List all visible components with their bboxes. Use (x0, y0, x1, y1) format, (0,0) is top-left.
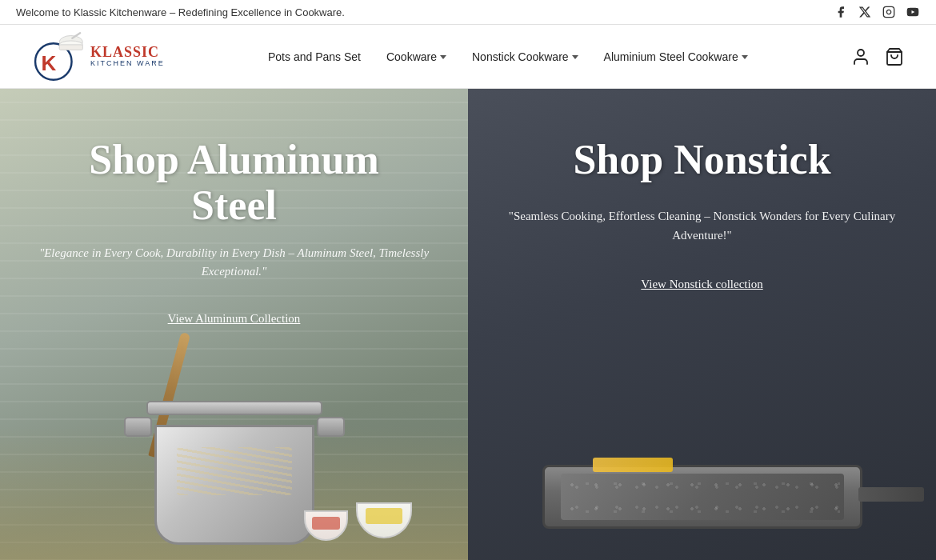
nav-pots[interactable]: Pots and Pans Set (268, 50, 361, 63)
pan-body (542, 465, 862, 529)
nonstick-pan-visual (468, 401, 936, 560)
svg-rect-7 (59, 45, 82, 50)
bowl-right (356, 502, 412, 538)
cookware-chevron-icon (440, 55, 446, 59)
pot-visual (16, 337, 452, 545)
nonstick-chevron-icon (572, 55, 578, 59)
hero-split: Shop Aluminum Steel "Elegance in Every C… (0, 89, 936, 560)
svg-text:K: K (41, 51, 56, 75)
svg-point-9 (858, 50, 864, 56)
bowl-small (304, 510, 348, 541)
aluminum-subtitle: "Elegance in Every Cook, Durability in E… (32, 244, 436, 280)
panel-nonstick-content: Shop Nonstick "Seamless Cooking, Effortl… (468, 89, 936, 315)
pot-body (154, 401, 314, 545)
announcement-text: Welcome to Klassic Kitchenware – Redefin… (16, 6, 345, 18)
svg-rect-0 (883, 6, 894, 17)
aluminium-chevron-icon (742, 55, 748, 59)
account-icon[interactable] (851, 47, 870, 66)
view-aluminum-link[interactable]: View Aluminum Collection (168, 312, 301, 326)
logo[interactable]: K KLASSIC KITCHEN WARE (32, 30, 165, 82)
pot-rim (146, 401, 322, 415)
facebook-icon[interactable] (834, 5, 848, 19)
pot-handle-left (124, 417, 152, 437)
nonstick-subtitle: "Seamless Cooking, Effortless Cleaning –… (508, 206, 896, 245)
pot-main (154, 425, 314, 545)
yellow-ingredient (593, 458, 673, 472)
youtube-icon[interactable] (906, 5, 920, 19)
pot-handle-right (317, 417, 345, 437)
view-nonstick-link[interactable]: View Nonstick collection (641, 278, 762, 291)
nonstick-title: Shop Nonstick (508, 137, 896, 182)
panel-aluminum: Shop Aluminum Steel "Elegance in Every C… (0, 89, 468, 560)
social-icons (834, 5, 920, 19)
panel-nonstick: Shop Nonstick "Seamless Cooking, Effortl… (468, 89, 936, 560)
aluminum-title: Shop Aluminum Steel (32, 137, 436, 228)
logo-icon: K (32, 30, 84, 82)
twitter-icon[interactable] (858, 5, 872, 19)
nav-nonstick[interactable]: Nonstick Cookware (472, 50, 578, 63)
nav-aluminium[interactable]: Aluminium Steel Cookware (604, 50, 748, 63)
header-actions (851, 47, 904, 66)
nav-cookware[interactable]: Cookware (386, 50, 446, 63)
announcement-bar: Welcome to Klassic Kitchenware – Redefin… (0, 0, 936, 25)
main-nav: Pots and Pans Set Cookware Nonstick Cook… (268, 50, 748, 63)
header: K KLASSIC KITCHEN WARE Pots and Pans Set… (0, 25, 936, 89)
panel-aluminum-content: Shop Aluminum Steel "Elegance in Every C… (0, 89, 468, 350)
pan-speckle (565, 475, 840, 518)
logo-sub: KITCHEN WARE (90, 60, 165, 68)
cart-icon[interactable] (885, 47, 904, 66)
instagram-icon[interactable] (882, 5, 896, 19)
logo-brand: KLASSIC (90, 45, 165, 61)
